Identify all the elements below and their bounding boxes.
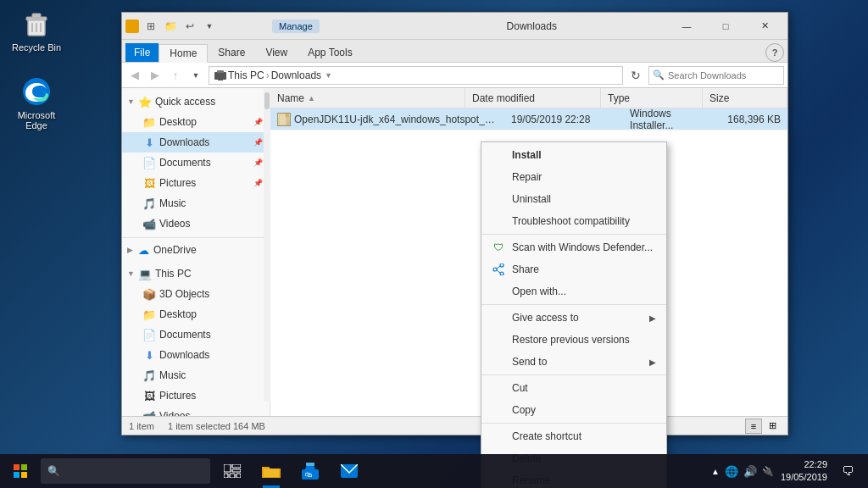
sidebar-pc-desktop[interactable]: 📁 Desktop [122, 304, 270, 324]
qa-dropdown-button[interactable]: ▼ [201, 18, 218, 35]
ctx-restore[interactable]: Restore previous versions [481, 329, 666, 351]
edge-icon-image [19, 75, 53, 108]
search-box[interactable]: 🔍 [648, 66, 784, 85]
file-row[interactable]: OpenJDK11U-jdk_x64_windows_hotspot_11.0.… [270, 108, 787, 130]
edge-desktop-icon[interactable]: Microsoft Edge [7, 75, 66, 130]
sidebar-pc-videos[interactable]: 📹 Videos [122, 406, 270, 416]
svg-rect-22 [232, 464, 241, 468]
start-button[interactable] [0, 454, 41, 488]
taskbar-task-view[interactable] [214, 454, 251, 488]
sidebar-item-this-pc[interactable]: ▼ 💻 This PC [122, 263, 270, 284]
ctx-create-shortcut[interactable]: Create shortcut [481, 425, 666, 447]
col-header-name[interactable]: Name ▲ [270, 88, 465, 108]
details-view-button[interactable]: ≡ [745, 419, 762, 434]
ctx-give-access[interactable]: Give access to ▶ [481, 307, 666, 329]
refresh-button[interactable]: ↻ [626, 66, 645, 85]
sidebar-pc-music[interactable]: 🎵 Music [122, 365, 270, 385]
maximize-button[interactable]: □ [706, 13, 745, 40]
clock-time: 22:29 [781, 458, 827, 471]
ctx-install[interactable]: Install [481, 144, 666, 166]
downloads-folder-icon: ⬇ [142, 136, 156, 149]
minimize-button[interactable]: — [667, 13, 706, 40]
tab-file[interactable]: File [125, 43, 159, 62]
tab-home[interactable]: Home [159, 44, 208, 63]
pc-music-icon: 🎵 [142, 369, 156, 382]
sidebar-item-quick-access[interactable]: ▼ ⭐ Quick access [122, 92, 270, 112]
restore-icon [492, 333, 505, 347]
sidebar-item-pictures[interactable]: 🖼 Pictures 📌 [122, 173, 270, 193]
undo-qa-button[interactable]: ↩ [181, 18, 198, 35]
taskbar: 🔍 [0, 454, 868, 488]
path-dropdown-arrow[interactable]: ▼ [325, 71, 332, 80]
ctx-repair[interactable]: Repair [481, 166, 666, 188]
ribbon-tabs: File Home Share View App Tools ? [122, 40, 787, 62]
close-button[interactable]: ✕ [745, 13, 784, 40]
up-button[interactable]: ↑ [166, 66, 185, 85]
ctx-troubleshoot[interactable]: Troubleshoot compatibility [481, 210, 666, 232]
sidebar-item-onedrive[interactable]: ▶ ☁ OneDrive [122, 240, 270, 260]
pc-desktop-icon: 📁 [142, 308, 156, 321]
recycle-bin-icon[interactable]: Recycle Bin [7, 7, 66, 53]
context-menu: Install Repair Uninstall Troubleshoot co… [481, 141, 667, 488]
title-bar: ⊞ 📁 ↩ ▼ Manage Downloads — □ ✕ [122, 13, 787, 40]
ctx-sep-2 [481, 304, 666, 305]
tab-view[interactable]: View [255, 43, 298, 62]
taskbar-search[interactable]: 🔍 [41, 458, 210, 484]
manage-button[interactable]: Manage [272, 20, 320, 32]
sidebar-item-downloads[interactable]: ⬇ Downloads 📌 [122, 132, 270, 152]
install-icon [492, 148, 505, 162]
tab-app-tools[interactable]: App Tools [298, 43, 362, 62]
path-this-pc[interactable]: This PC [214, 69, 264, 81]
sidebar-pc-pictures[interactable]: 🖼 Pictures [122, 385, 270, 406]
ctx-cut[interactable]: Cut [481, 377, 666, 399]
sidebar-pc-documents[interactable]: 📄 Documents [122, 324, 270, 345]
address-path[interactable]: This PC › Downloads ▼ [209, 66, 623, 85]
window-title: Downloads [397, 20, 668, 32]
ribbon-help-button[interactable]: ? [765, 43, 784, 62]
taskbar-mail[interactable] [331, 454, 368, 488]
ctx-share[interactable]: Share [481, 258, 666, 280]
ctx-scan[interactable]: 🛡 Scan with Windows Defender... [481, 236, 666, 258]
svg-rect-17 [14, 464, 19, 470]
svg-rect-11 [286, 114, 289, 117]
col-header-date[interactable]: Date modified [465, 88, 601, 108]
back-button[interactable]: ◀ [125, 66, 144, 85]
properties-qa-button[interactable]: ⊞ [142, 18, 159, 35]
volume-icon[interactable]: 🔊 [743, 465, 757, 478]
sidebar-pc-3d-objects[interactable]: 📦 3D Objects [122, 284, 270, 304]
recent-button[interactable]: ▼ [186, 66, 205, 85]
path-downloads[interactable]: Downloads [271, 69, 321, 81]
network-icon[interactable]: 🌐 [725, 465, 738, 478]
sidebar-item-desktop[interactable]: 📁 Desktop 📌 [122, 112, 270, 132]
chevron-up-icon[interactable]: ▲ [711, 467, 720, 476]
new-folder-qa-button[interactable]: 📁 [162, 18, 179, 35]
sidebar-item-documents[interactable]: 📄 Documents 📌 [122, 152, 270, 173]
quick-access-label: Quick access [155, 96, 215, 108]
ctx-copy[interactable]: Copy [481, 399, 666, 421]
send-to-icon [492, 355, 505, 369]
window-controls: — □ ✕ [667, 13, 784, 40]
ctx-send-to[interactable]: Send to ▶ [481, 351, 666, 373]
sidebar-pc-downloads[interactable]: ⬇ Downloads [122, 345, 270, 365]
sidebar-item-music[interactable]: 🎵 Music [122, 193, 270, 214]
taskbar-file-explorer[interactable] [253, 454, 290, 488]
task-view-icon [222, 461, 242, 481]
ctx-uninstall[interactable]: Uninstall [481, 188, 666, 210]
forward-button[interactable]: ▶ [146, 66, 164, 85]
sort-arrow-name: ▲ [308, 94, 315, 103]
repair-icon [492, 170, 505, 184]
sidebar-item-videos[interactable]: 📹 Videos [122, 214, 270, 234]
search-input[interactable] [668, 70, 785, 80]
tiles-view-button[interactable]: ⊞ [764, 419, 781, 434]
battery-icon: 🔌 [762, 466, 774, 477]
col-header-size[interactable]: Size [703, 88, 787, 108]
pc-documents-label: Documents [159, 329, 211, 341]
ctx-open-with[interactable]: Open with... [481, 280, 666, 302]
tab-share[interactable]: Share [208, 43, 255, 62]
clock[interactable]: 22:29 19/05/2019 [781, 458, 827, 485]
documents-folder-icon: 📄 [142, 156, 156, 169]
notification-button[interactable]: 🗨 [834, 454, 861, 488]
videos-icon: 📹 [142, 217, 156, 230]
taskbar-store[interactable]: 🛍 [292, 454, 329, 488]
col-header-type[interactable]: Type [601, 88, 703, 108]
